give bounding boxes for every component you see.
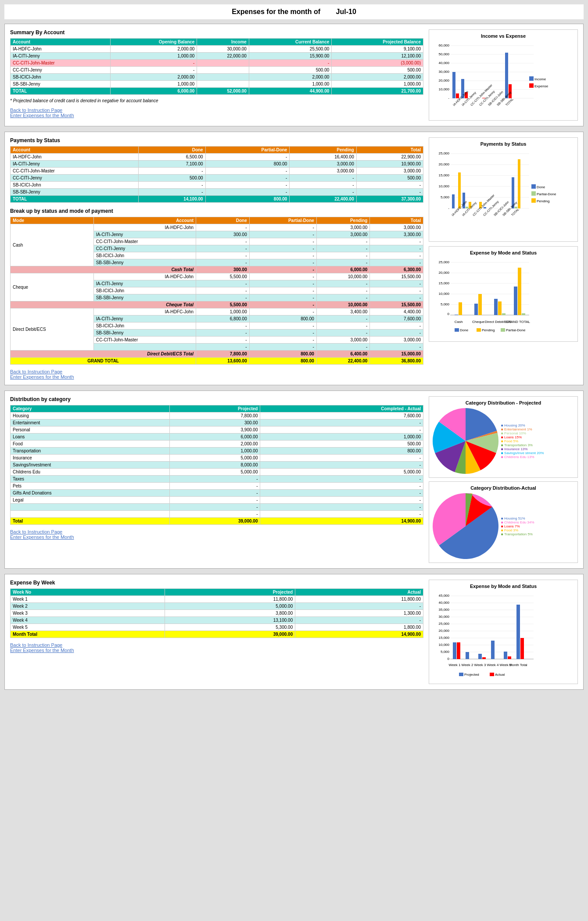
- week-chart: Expense by Mode and Status 45,000 40,000…: [429, 580, 578, 684]
- svg-text:Partial-Done: Partial-Done: [506, 328, 526, 332]
- table-row: CashIA-HDFC-John- - 3,000.00 3,000.00: [11, 224, 423, 231]
- svg-text:25,000: 25,000: [439, 151, 450, 155]
- cell-pending: -: [290, 182, 356, 189]
- p-col-total: Total: [356, 147, 423, 154]
- svg-text:25,000: 25,000: [439, 622, 450, 626]
- cell-partial: -: [249, 273, 316, 280]
- svg-rect-155: [490, 673, 494, 676]
- table-row: Entertainment 300.00 -: [11, 419, 423, 426]
- actual-pie-chart: Category Distribution-Actual ■ Housing 5…: [429, 481, 578, 563]
- section-distribution: Distribution by category Category Projec…: [4, 391, 584, 569]
- svg-text:Cash: Cash: [455, 320, 463, 324]
- cell-partial: -: [249, 323, 316, 330]
- cell-done: -: [196, 224, 250, 231]
- cell-proj: 2,000.00: [169, 441, 260, 448]
- table-row: Week 3 3,800.00 1,300.00: [11, 610, 423, 617]
- cell-income: [197, 81, 249, 88]
- svg-text:20,000: 20,000: [439, 162, 450, 166]
- svg-text:GRAND TOTAL: GRAND TOTAL: [506, 320, 531, 324]
- back-link-3[interactable]: Back to Instruction Page: [10, 529, 423, 534]
- enter-link-1[interactable]: Enter Expenses for the Month: [10, 113, 423, 118]
- col-opening: Opening Balance: [110, 39, 197, 46]
- svg-rect-102: [514, 287, 517, 315]
- svg-rect-101: [502, 313, 506, 315]
- table-row: Housing 7,800.00 7,600.00: [11, 412, 423, 419]
- cell-week: Month Total: [11, 631, 165, 638]
- cell-total: -: [370, 287, 423, 294]
- svg-text:Expense: Expense: [534, 84, 549, 88]
- svg-text:30,000: 30,000: [439, 70, 450, 74]
- svg-text:25,000: 25,000: [439, 260, 450, 264]
- cell-total: -: [356, 182, 423, 189]
- cell-partial: -: [249, 224, 316, 231]
- cell-proj: -: [169, 483, 260, 490]
- cell-proj: 5,000.00: [169, 469, 260, 476]
- back-link-2[interactable]: Back to Instruction Page: [10, 369, 423, 374]
- cell-actual: -: [260, 497, 423, 504]
- svg-text:Cheque: Cheque: [472, 320, 485, 324]
- cell-partial: -: [249, 280, 316, 287]
- table-row: Savings/Investment 8,000.00 -: [11, 462, 423, 469]
- cell-actual: -: [260, 455, 423, 462]
- table-row: - -: [11, 504, 423, 511]
- enter-link-4[interactable]: Enter Expenses for the Month: [10, 648, 423, 653]
- title-text: Expenses for the month of: [232, 8, 320, 15]
- cell-total: 500.00: [356, 175, 423, 182]
- table-row: Direct Debit/ECSIA-HDFC-John1,000.00 - 3…: [11, 308, 423, 315]
- table-row: Pets - -: [11, 483, 423, 490]
- svg-text:Month Total: Month Total: [509, 663, 527, 667]
- cell-proj: -: [169, 497, 260, 504]
- table-row: Transportation 1,000.00 800.00: [11, 448, 423, 455]
- table-row: IA-CITI-Jenny 7,100.00 800.00 3,000.00 1…: [11, 161, 423, 168]
- svg-rect-75: [531, 184, 536, 189]
- breakup-title: Break up by status and mode of payment: [10, 208, 423, 214]
- payments-charts: Payments by Status 25,000 20,000 15,000 …: [429, 137, 578, 380]
- svg-rect-97: [478, 294, 482, 315]
- cell-done: -: [196, 287, 250, 294]
- cell-pending: 3,000.00: [316, 224, 370, 231]
- back-link-4[interactable]: Back to Instruction Page: [10, 642, 423, 648]
- cell-partial: -: [249, 337, 316, 344]
- p-col-partial: Partial-Done: [205, 147, 290, 154]
- table-row: TOTAL 6,000.00 52,000.00 44,900.00 21,70…: [11, 88, 423, 95]
- cell-partial: -: [249, 238, 316, 245]
- cell-done: -: [196, 294, 250, 301]
- cell-cat: Pets: [11, 483, 170, 490]
- table-row: - -: [11, 511, 423, 518]
- cell-pending: -: [290, 175, 356, 182]
- svg-rect-143: [504, 652, 507, 659]
- cell-account: IA-CITI-Jenny: [93, 280, 196, 287]
- cell-account: SB-ICICI-John: [93, 252, 196, 259]
- cell-partial: -: [205, 189, 290, 196]
- cell-cat: Housing: [11, 412, 170, 419]
- svg-text:Actual: Actual: [495, 673, 505, 677]
- cell-current: 2,000.00: [249, 74, 331, 81]
- svg-text:10,000: 10,000: [439, 292, 450, 296]
- cell-income: [197, 74, 249, 81]
- cell-account: SB-SBI-Jenny: [11, 81, 111, 88]
- cell-done: -: [196, 337, 250, 344]
- svg-text:15,000: 15,000: [439, 173, 450, 177]
- week-left: Expense By Week Week No Projected Actual…: [10, 580, 423, 684]
- cell-actual: -: [260, 483, 423, 490]
- cell-partial: -: [249, 259, 316, 266]
- grand-total-row: GRAND TOTAL 13,600.00 800.00 22,400.00 3…: [11, 358, 423, 365]
- cell-cat: [11, 511, 170, 518]
- svg-rect-135: [453, 642, 456, 659]
- table-row: Personal 3,900.00 -: [11, 426, 423, 434]
- cell-account: IA-HDFC-John: [11, 154, 139, 161]
- cell-account: IA-HDFC-John: [93, 224, 196, 231]
- back-link-1[interactable]: Back to Instruction Page: [10, 108, 423, 113]
- svg-text:-: -: [448, 206, 449, 210]
- table-row: Childrens Edu 5,000.00 5,000.00: [11, 469, 423, 476]
- svg-rect-37: [529, 83, 534, 88]
- week-bar-chart: 45,000 40,000 35,000 30,000 25,000 20,00…: [433, 591, 564, 679]
- table-row: Week 2 5,000.00 -: [11, 603, 423, 610]
- enter-link-2[interactable]: Enter Expenses for the Month: [10, 374, 423, 380]
- cell-done: -: [196, 344, 250, 351]
- distribution-left: Distribution by category Category Projec…: [10, 396, 423, 563]
- proj-pie-chart: Category Distribution - Projected: [429, 396, 578, 478]
- enter-link-3[interactable]: Enter Expenses for the Month: [10, 534, 423, 540]
- cell-total: 22,900.00: [356, 154, 423, 161]
- d-col-actual: Completed - Actual: [260, 405, 423, 412]
